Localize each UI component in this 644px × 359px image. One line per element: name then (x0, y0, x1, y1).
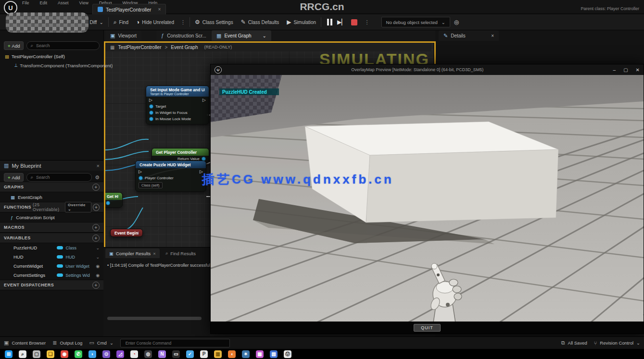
section-variables[interactable]: VARIABLES ＋ (0, 233, 103, 243)
more-options-icon[interactable]: ⋮ (178, 19, 189, 25)
maximize-button[interactable]: ▢ (623, 67, 628, 73)
cmd-dropdown[interactable]: ▭Cmd ⌄ (89, 340, 113, 346)
variable-row[interactable]: CurrentSettings Settings Wid ◉ (0, 271, 103, 280)
exec-out-pin[interactable]: ▷ (200, 169, 203, 174)
input-pin[interactable] (149, 117, 153, 121)
override-dropdown[interactable]: Override ⌄ (65, 202, 91, 212)
eye-icon[interactable]: ◉ (96, 273, 100, 278)
section-macros[interactable]: MACROS ＋ (0, 222, 103, 233)
section-functions[interactable]: FUNCTIONS (25 Overridable) Override ⌄ ＋ (0, 202, 103, 212)
input-pin[interactable] (139, 176, 143, 180)
menu-view[interactable]: View (78, 0, 89, 5)
tab-viewport[interactable]: ▣Viewport (105, 30, 141, 41)
hide-unrelated-button[interactable]: ◑Hide Unrelated (132, 14, 178, 30)
taskbar-icon-files[interactable]: ▥ (214, 350, 222, 358)
pause-button[interactable] (327, 19, 332, 25)
stop-button[interactable] (351, 19, 357, 25)
my-blueprint-search[interactable]: ⌕ (26, 173, 92, 182)
add-component-button[interactable]: +Add (4, 41, 24, 50)
tab-my-blueprint[interactable]: ▥ My Blueprint × (0, 160, 103, 171)
add-function-icon[interactable]: ＋ (93, 204, 100, 211)
variable-row[interactable]: PuzzleHUD Class ⌄ (0, 243, 103, 252)
filter-gear-icon[interactable]: ⚙ (95, 174, 100, 181)
add-graph-icon[interactable]: ＋ (92, 184, 100, 191)
item-construction-script[interactable]: ƒ Construction Script (0, 212, 103, 222)
class-settings-button[interactable]: ⚙Class Settings (191, 14, 237, 30)
node-create-widget[interactable]: Create Puzzle HUD Widget ▷ ▷ Player Cont… (135, 161, 206, 192)
menu-file[interactable]: File (21, 0, 30, 5)
exec-in-pin[interactable]: ▷ (149, 98, 152, 102)
taskbar-icon-blender[interactable]: ✶ (242, 350, 250, 358)
transport-options-icon[interactable]: ⋮ (362, 19, 373, 25)
node-set-input-mode[interactable]: Set Input Mode Game and UITarget is Play… (146, 86, 209, 124)
node-event-beginplay[interactable]: Event BeginPlay (110, 229, 143, 237)
quit-button[interactable]: QUIT (414, 324, 441, 332)
taskbar-icon-start[interactable]: ⊞ (5, 350, 13, 358)
horizontal-scrollbar[interactable] (107, 317, 202, 320)
item-eventgraph[interactable]: ▦ EventGraph (0, 192, 103, 202)
my-blueprint-search-input[interactable] (35, 174, 88, 180)
exec-in-pin[interactable]: ▷ (139, 169, 142, 174)
breadcrumb-root[interactable]: TestPlayerController (118, 45, 161, 50)
taskbar-icon-discord[interactable]: ⊙ (102, 350, 110, 358)
chevron-down-icon[interactable]: ⌄ (263, 33, 266, 38)
components-search-input[interactable] (35, 43, 96, 49)
close-button[interactable]: ✕ (636, 67, 640, 73)
tab-event-graph[interactable]: ▦Event Graph ⌄ (212, 30, 271, 41)
eye-icon[interactable]: ◉ (96, 264, 100, 269)
add-blueprint-item-button[interactable]: +Add (4, 173, 24, 182)
taskbar-icon-firefox[interactable]: ◖ (228, 350, 236, 358)
taskbar-icon-maps[interactable]: ◔ (130, 350, 138, 358)
taskbar-icon-notion[interactable]: N (158, 350, 166, 358)
taskbar-icon-app-blue[interactable]: ▧ (270, 350, 278, 358)
taskbar-icon-whatsapp[interactable]: ✆ (75, 350, 82, 358)
browse-debug-object-button[interactable]: ◎ (450, 14, 463, 30)
taskbar-icon-unreal[interactable]: Ⓤ (284, 350, 291, 358)
components-search[interactable]: ⌕ (26, 41, 100, 50)
taskbar-icon-twitter[interactable]: ✓ (186, 350, 194, 358)
chevron-down-icon[interactable]: ⌄ (96, 255, 100, 260)
taskbar-icon-search[interactable]: ⌕ (19, 350, 26, 358)
section-event-dispatchers[interactable]: EVENT DISPATCHERS ＋ (0, 280, 103, 290)
tab-testplayercontroller[interactable]: TestPlayerController × (92, 4, 166, 14)
close-icon[interactable]: × (97, 163, 100, 169)
breadcrumb-page[interactable]: Event Graph (171, 45, 198, 50)
content-browser-button[interactable]: ▣Content Browser (4, 340, 46, 346)
tab-compiler-results[interactable]: ▣ Compiler Results × (105, 248, 160, 258)
close-icon[interactable]: × (491, 33, 494, 38)
variable-row[interactable]: HUD HUD ⌄ (0, 252, 103, 261)
component-root-item[interactable]: ▤ TestPlayerController (Self) (5, 54, 65, 59)
taskbar-icon-terminal[interactable]: ▭ (172, 350, 180, 358)
close-icon[interactable]: × (153, 251, 156, 256)
console-command-input[interactable] (125, 340, 226, 346)
taskbar-icon-app-pink[interactable]: ▦ (256, 350, 264, 358)
tab-details[interactable]: ✎Details × (439, 30, 499, 41)
node-get-hud[interactable]: Get HUD (102, 192, 123, 208)
add-variable-icon[interactable]: ＋ (92, 235, 100, 242)
menu-edit[interactable]: Edit (39, 0, 49, 5)
output-log-button[interactable]: ≣Output Log (52, 340, 82, 346)
taskbar-icon-obs[interactable]: ◎ (144, 350, 152, 358)
class-select[interactable]: Class (self) (139, 182, 163, 188)
game-viewport[interactable]: PuzzleHUD Created (211, 75, 644, 322)
input-pin[interactable] (149, 111, 153, 115)
find-button[interactable]: ⌕Find (110, 14, 132, 30)
frame-skip-button[interactable]: ▶▏ (337, 19, 346, 25)
variable-row[interactable]: CurrentWidget User Widget ◉ (0, 261, 103, 271)
section-graphs[interactable]: GRAPHS ＋ (0, 182, 103, 192)
menu-asset[interactable]: Asset (57, 0, 70, 5)
taskbar-icon-file-explorer[interactable]: ❏ (47, 350, 54, 358)
revision-control-button[interactable]: ⑂Revision Control ⌄ (594, 340, 640, 346)
all-saved-button[interactable]: ⧉All Saved (561, 340, 587, 346)
taskbar-icon-chrome[interactable]: ◉ (61, 350, 68, 358)
taskbar-icon-task-view[interactable]: ▢ (33, 350, 40, 358)
console-command-field[interactable] (120, 339, 230, 347)
exec-out-pin[interactable]: ▷ (202, 98, 206, 102)
taskbar-icon-visual-studio[interactable]: ◿ (116, 350, 124, 358)
chevron-down-icon[interactable]: ⌄ (96, 246, 100, 250)
debug-object-dropdown[interactable]: No debug object selected⌄ (381, 17, 450, 27)
output-pin[interactable] (106, 201, 110, 205)
add-macro-icon[interactable]: ＋ (92, 224, 100, 231)
simulation-button[interactable]: ▶Simulation (283, 14, 320, 30)
preview-titlebar[interactable]: U OverlayMap Preview [NetMode: Standalon… (211, 64, 644, 75)
